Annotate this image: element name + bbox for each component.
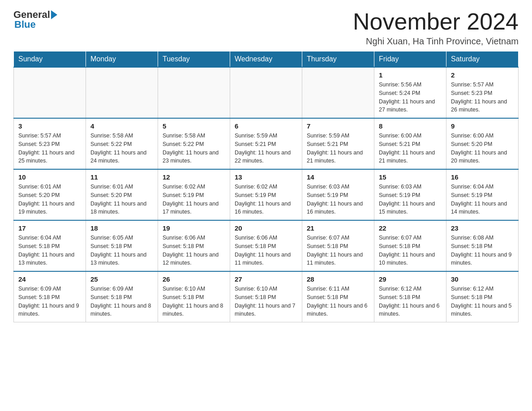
day-info: Sunrise: 5:56 AM Sunset: 5:24 PM Dayligh… — [379, 81, 442, 114]
day-info: Sunrise: 5:58 AM Sunset: 5:22 PM Dayligh… — [90, 132, 153, 165]
day-number: 21 — [307, 224, 369, 232]
day-number: 19 — [163, 224, 225, 232]
logo: General Blue — [13, 9, 57, 30]
day-info: Sunrise: 6:12 AM Sunset: 5:18 PM Dayligh… — [379, 285, 442, 318]
calendar-cell: 21Sunrise: 6:07 AM Sunset: 5:18 PM Dayli… — [302, 220, 374, 271]
weekday-header-friday: Friday — [374, 51, 446, 68]
weekday-header-wednesday: Wednesday — [230, 51, 302, 68]
calendar-week-3: 10Sunrise: 6:01 AM Sunset: 5:20 PM Dayli… — [14, 169, 519, 220]
page-header: General Blue November 2024 Nghi Xuan, Ha… — [13, 9, 519, 47]
day-info: Sunrise: 5:59 AM Sunset: 5:21 PM Dayligh… — [235, 132, 297, 165]
calendar-cell: 13Sunrise: 6:02 AM Sunset: 5:19 PM Dayli… — [230, 169, 302, 220]
day-info: Sunrise: 6:04 AM Sunset: 5:18 PM Dayligh… — [18, 234, 81, 267]
day-info: Sunrise: 6:06 AM Sunset: 5:18 PM Dayligh… — [163, 234, 225, 267]
day-info: Sunrise: 6:02 AM Sunset: 5:19 PM Dayligh… — [235, 183, 297, 216]
calendar-cell: 25Sunrise: 6:09 AM Sunset: 5:18 PM Dayli… — [86, 271, 158, 322]
calendar-cell: 29Sunrise: 6:12 AM Sunset: 5:18 PM Dayli… — [374, 271, 446, 322]
calendar-cell: 26Sunrise: 6:10 AM Sunset: 5:18 PM Dayli… — [158, 271, 230, 322]
calendar-cell: 8Sunrise: 6:00 AM Sunset: 5:21 PM Daylig… — [374, 118, 446, 169]
day-number: 25 — [90, 275, 153, 283]
day-number: 24 — [18, 275, 81, 283]
day-info: Sunrise: 6:10 AM Sunset: 5:18 PM Dayligh… — [163, 285, 225, 318]
day-info: Sunrise: 6:00 AM Sunset: 5:21 PM Dayligh… — [379, 132, 442, 165]
day-info: Sunrise: 6:01 AM Sunset: 5:20 PM Dayligh… — [18, 183, 81, 216]
day-number: 28 — [307, 275, 369, 283]
day-number: 6 — [235, 122, 297, 130]
day-number: 3 — [18, 122, 81, 130]
day-info: Sunrise: 6:06 AM Sunset: 5:18 PM Dayligh… — [235, 234, 297, 267]
calendar-cell: 23Sunrise: 6:08 AM Sunset: 5:18 PM Dayli… — [446, 220, 519, 271]
day-number: 22 — [379, 224, 442, 232]
calendar-cell: 19Sunrise: 6:06 AM Sunset: 5:18 PM Dayli… — [158, 220, 230, 271]
day-number: 11 — [90, 173, 153, 181]
calendar-cell — [158, 67, 230, 118]
day-number: 20 — [235, 224, 297, 232]
calendar-cell: 24Sunrise: 6:09 AM Sunset: 5:18 PM Dayli… — [14, 271, 86, 322]
calendar-body: 1Sunrise: 5:56 AM Sunset: 5:24 PM Daylig… — [14, 67, 519, 322]
day-info: Sunrise: 6:04 AM Sunset: 5:19 PM Dayligh… — [451, 183, 514, 216]
calendar-cell: 12Sunrise: 6:02 AM Sunset: 5:19 PM Dayli… — [158, 169, 230, 220]
weekday-header-sunday: Sunday — [14, 51, 86, 68]
logo-blue-text: Blue — [14, 19, 36, 30]
calendar-cell — [302, 67, 374, 118]
day-number: 29 — [379, 275, 442, 283]
calendar-cell: 14Sunrise: 6:03 AM Sunset: 5:19 PM Dayli… — [302, 169, 374, 220]
day-number: 15 — [379, 173, 442, 181]
calendar-cell — [86, 67, 158, 118]
day-number: 4 — [90, 122, 153, 130]
day-info: Sunrise: 6:05 AM Sunset: 5:18 PM Dayligh… — [90, 234, 153, 267]
calendar-cell: 5Sunrise: 5:58 AM Sunset: 5:22 PM Daylig… — [158, 118, 230, 169]
day-info: Sunrise: 6:02 AM Sunset: 5:19 PM Dayligh… — [163, 183, 225, 216]
day-number: 1 — [379, 71, 442, 79]
day-number: 14 — [307, 173, 369, 181]
weekday-header-monday: Monday — [86, 51, 158, 68]
day-info: Sunrise: 5:57 AM Sunset: 5:23 PM Dayligh… — [18, 132, 81, 165]
calendar-cell — [230, 67, 302, 118]
weekday-header-tuesday: Tuesday — [158, 51, 230, 68]
day-info: Sunrise: 5:58 AM Sunset: 5:22 PM Dayligh… — [163, 132, 225, 165]
weekday-header-row: SundayMondayTuesdayWednesdayThursdayFrid… — [14, 51, 519, 68]
calendar-cell: 1Sunrise: 5:56 AM Sunset: 5:24 PM Daylig… — [374, 67, 446, 118]
calendar-cell: 7Sunrise: 5:59 AM Sunset: 5:21 PM Daylig… — [302, 118, 374, 169]
day-number: 5 — [163, 122, 225, 130]
day-number: 26 — [163, 275, 225, 283]
calendar-header: SundayMondayTuesdayWednesdayThursdayFrid… — [14, 51, 519, 68]
day-info: Sunrise: 6:00 AM Sunset: 5:20 PM Dayligh… — [451, 132, 514, 165]
weekday-header-saturday: Saturday — [446, 51, 519, 68]
calendar-cell: 15Sunrise: 6:03 AM Sunset: 5:19 PM Dayli… — [374, 169, 446, 220]
weekday-header-thursday: Thursday — [302, 51, 374, 68]
day-number: 17 — [18, 224, 81, 232]
calendar-week-5: 24Sunrise: 6:09 AM Sunset: 5:18 PM Dayli… — [14, 271, 519, 322]
calendar-table: SundayMondayTuesdayWednesdayThursdayFrid… — [13, 51, 519, 322]
calendar-cell: 17Sunrise: 6:04 AM Sunset: 5:18 PM Dayli… — [14, 220, 86, 271]
day-info: Sunrise: 6:03 AM Sunset: 5:19 PM Dayligh… — [307, 183, 369, 216]
day-number: 27 — [235, 275, 297, 283]
title-area: November 2024 Nghi Xuan, Ha Tinh Provinc… — [353, 9, 519, 47]
day-number: 10 — [18, 173, 81, 181]
calendar-cell: 27Sunrise: 6:10 AM Sunset: 5:18 PM Dayli… — [230, 271, 302, 322]
calendar-cell — [14, 67, 86, 118]
calendar-cell: 11Sunrise: 6:01 AM Sunset: 5:20 PM Dayli… — [86, 169, 158, 220]
day-info: Sunrise: 6:07 AM Sunset: 5:18 PM Dayligh… — [379, 234, 442, 267]
day-number: 13 — [235, 173, 297, 181]
day-info: Sunrise: 6:12 AM Sunset: 5:18 PM Dayligh… — [451, 285, 514, 318]
day-number: 16 — [451, 173, 514, 181]
day-info: Sunrise: 6:09 AM Sunset: 5:18 PM Dayligh… — [90, 285, 153, 318]
day-number: 2 — [451, 71, 514, 79]
calendar-week-1: 1Sunrise: 5:56 AM Sunset: 5:24 PM Daylig… — [14, 67, 519, 118]
calendar-cell: 20Sunrise: 6:06 AM Sunset: 5:18 PM Dayli… — [230, 220, 302, 271]
calendar-cell: 6Sunrise: 5:59 AM Sunset: 5:21 PM Daylig… — [230, 118, 302, 169]
day-number: 7 — [307, 122, 369, 130]
calendar-cell: 22Sunrise: 6:07 AM Sunset: 5:18 PM Dayli… — [374, 220, 446, 271]
day-number: 12 — [163, 173, 225, 181]
logo-arrow-icon — [51, 10, 57, 19]
day-number: 9 — [451, 122, 514, 130]
day-info: Sunrise: 6:01 AM Sunset: 5:20 PM Dayligh… — [90, 183, 153, 216]
calendar-cell: 9Sunrise: 6:00 AM Sunset: 5:20 PM Daylig… — [446, 118, 519, 169]
month-title: November 2024 — [353, 9, 519, 34]
calendar-cell: 4Sunrise: 5:58 AM Sunset: 5:22 PM Daylig… — [86, 118, 158, 169]
calendar-cell: 2Sunrise: 5:57 AM Sunset: 5:23 PM Daylig… — [446, 67, 519, 118]
day-info: Sunrise: 5:57 AM Sunset: 5:23 PM Dayligh… — [451, 81, 514, 114]
day-info: Sunrise: 6:07 AM Sunset: 5:18 PM Dayligh… — [307, 234, 369, 267]
calendar-cell: 28Sunrise: 6:11 AM Sunset: 5:18 PM Dayli… — [302, 271, 374, 322]
